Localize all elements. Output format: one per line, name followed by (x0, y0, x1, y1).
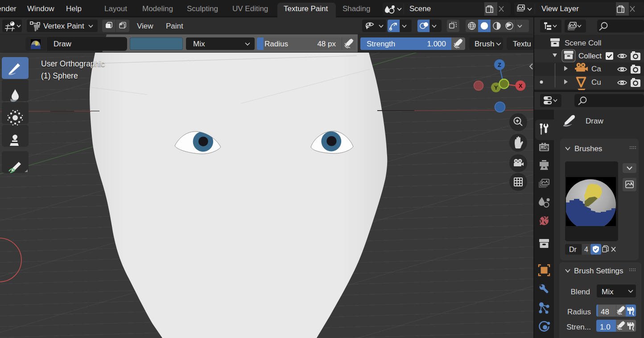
svg-text:Z: Z (498, 62, 501, 68)
svg-text:X: X (519, 82, 523, 89)
svg-text:Cu: Cu (591, 78, 601, 87)
svg-text:Ca: Ca (591, 65, 601, 73)
svg-text:Y: Y (494, 84, 498, 91)
svg-text:Collect: Collect (578, 52, 602, 60)
svg-text:Scene Coll: Scene Coll (565, 39, 601, 47)
